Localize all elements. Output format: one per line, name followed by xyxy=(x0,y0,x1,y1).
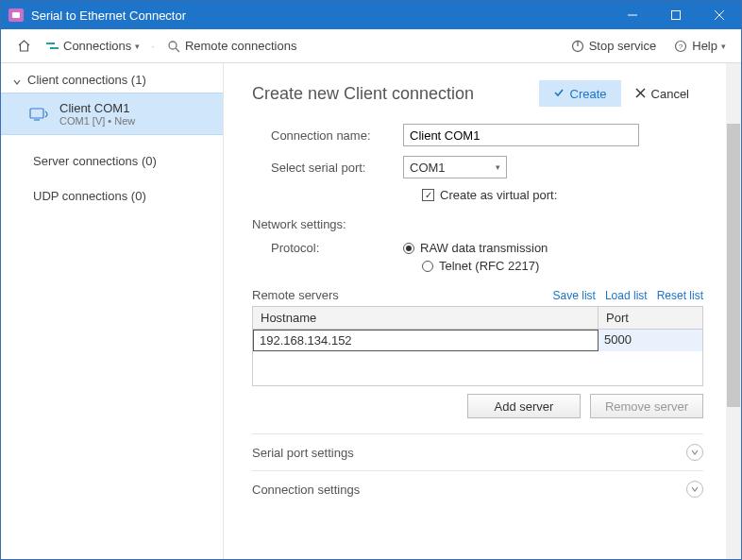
separator: · xyxy=(151,39,155,53)
svg-point-4 xyxy=(169,42,177,49)
cancel-button[interactable]: Cancel xyxy=(621,80,703,107)
create-button[interactable]: Create xyxy=(539,80,621,107)
window-title: Serial to Ethernet Connector xyxy=(31,8,611,23)
expand-icon xyxy=(686,444,703,461)
select-port-label: Select serial port: xyxy=(252,161,403,175)
close-icon xyxy=(635,87,646,101)
client-connections-header[interactable]: Client connections (1) xyxy=(1,67,223,93)
svg-line-5 xyxy=(176,48,179,52)
sidebar-connection-item[interactable]: Client COM1 COM1 [V] • New xyxy=(1,93,223,135)
stop-service-button[interactable]: Stop service xyxy=(566,35,661,58)
search-icon xyxy=(166,39,181,54)
app-icon xyxy=(8,8,24,22)
hostname-cell[interactable]: 192.168.134.152 xyxy=(253,330,599,351)
minimize-button[interactable] xyxy=(611,1,654,29)
add-server-button[interactable]: Add server xyxy=(467,394,581,418)
home-button[interactable] xyxy=(12,35,35,58)
connections-icon xyxy=(44,39,59,54)
protocol-raw-label: RAW data transmission xyxy=(420,241,548,255)
protocol-label: Protocol: xyxy=(252,241,403,255)
connection-settings-section[interactable]: Connection settings xyxy=(252,470,703,507)
protocol-telnet-label: Telnet (RFC 2217) xyxy=(439,259,539,273)
server-connections-header[interactable]: Server connections (0) xyxy=(1,148,223,174)
connection-item-title: Client COM1 xyxy=(59,101,135,115)
client-connections-label: Client connections (1) xyxy=(27,73,146,87)
check-icon xyxy=(553,87,565,101)
table-row[interactable]: 192.168.134.152 5000 xyxy=(253,330,702,351)
save-list-link[interactable]: Save list xyxy=(553,289,596,302)
load-list-link[interactable]: Load list xyxy=(605,289,648,302)
dropdown-icon: ▾ xyxy=(135,42,140,51)
serial-port-value: COM1 xyxy=(410,161,446,175)
network-settings-title: Network settings: xyxy=(252,217,703,231)
serial-port-settings-section[interactable]: Serial port settings xyxy=(252,433,703,470)
serial-port-select[interactable]: COM1 ▾ xyxy=(403,156,507,178)
titlebar: Serial to Ethernet Connector xyxy=(1,1,741,29)
grid-header-port[interactable]: Port xyxy=(599,307,702,329)
main-panel: Create new Client connection Create Canc… xyxy=(224,63,741,559)
port-cell[interactable]: 5000 xyxy=(599,330,702,351)
protocol-telnet-radio[interactable] xyxy=(422,261,433,272)
connections-menu[interactable]: Connections ▾ xyxy=(41,35,143,58)
grid-empty-area[interactable] xyxy=(253,351,702,385)
help-icon: ? xyxy=(673,39,688,54)
page-title: Create new Client connection xyxy=(252,84,539,104)
svg-text:?: ? xyxy=(679,42,683,51)
close-button[interactable] xyxy=(698,1,741,29)
connection-item-subtitle: COM1 [V] • New xyxy=(59,115,135,127)
serial-port-settings-label: Serial port settings xyxy=(252,446,686,460)
reset-list-link[interactable]: Reset list xyxy=(657,289,703,302)
maximize-button[interactable] xyxy=(654,1,698,29)
connection-settings-label: Connection settings xyxy=(252,483,686,497)
svg-rect-10 xyxy=(30,109,43,118)
sidebar: Client connections (1) Client COM1 COM1 … xyxy=(1,63,224,559)
connection-icon xyxy=(29,106,50,123)
remote-connections-button[interactable]: Remote connections xyxy=(162,35,301,58)
scrollbar-thumb[interactable] xyxy=(727,124,740,407)
power-icon xyxy=(570,39,585,54)
chevron-down-icon xyxy=(12,76,22,85)
help-label: Help xyxy=(692,39,717,53)
remote-servers-grid: Hostname Port 192.168.134.152 5000 xyxy=(252,306,703,386)
remote-connections-label: Remote connections xyxy=(185,39,297,53)
svg-rect-1 xyxy=(672,11,681,20)
create-virtual-checkbox[interactable]: ✓ xyxy=(422,189,434,201)
connection-name-input[interactable] xyxy=(403,124,639,146)
remove-server-button[interactable]: Remove server xyxy=(590,394,703,418)
remote-servers-label: Remote servers xyxy=(252,288,544,302)
udp-connections-header[interactable]: UDP connections (0) xyxy=(1,183,223,209)
cancel-button-label: Cancel xyxy=(651,87,689,101)
connection-name-label: Connection name: xyxy=(252,128,403,143)
protocol-raw-radio[interactable] xyxy=(403,243,414,254)
create-button-label: Create xyxy=(570,87,607,101)
home-icon xyxy=(16,39,31,54)
chevron-down-icon: ▾ xyxy=(496,162,500,172)
help-menu[interactable]: ? Help ▾ xyxy=(669,35,730,58)
dropdown-icon: ▾ xyxy=(721,42,726,51)
connections-label: Connections xyxy=(63,39,131,53)
toolbar: Connections ▾ · Remote connections Stop … xyxy=(1,29,741,63)
create-virtual-label: Create as virtual port: xyxy=(440,188,557,202)
stop-service-label: Stop service xyxy=(589,39,657,53)
grid-header-hostname[interactable]: Hostname xyxy=(253,307,599,329)
expand-icon xyxy=(686,481,703,498)
